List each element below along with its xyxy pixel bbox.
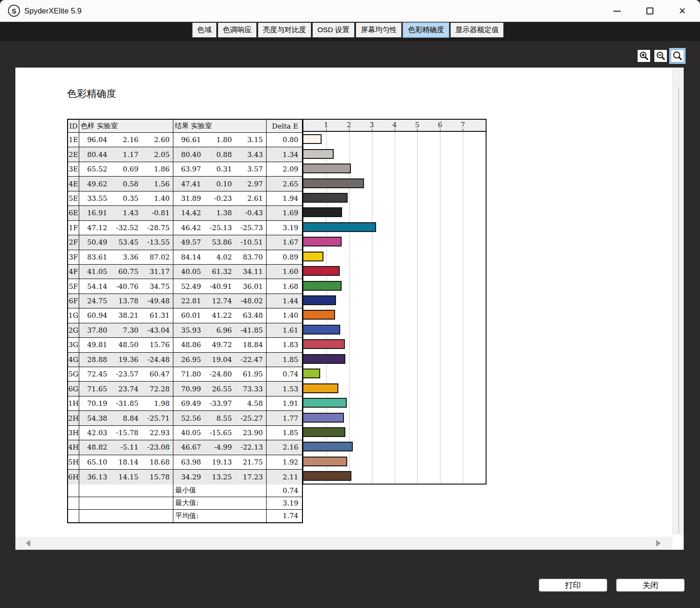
sample-lab-values: 71.6523.7472.28 (79, 382, 173, 396)
delta-e-value: 1.85 (267, 426, 302, 440)
result-lab-values: 14.421.38-0.43 (173, 206, 267, 220)
minimize-icon (613, 11, 621, 12)
sample-lab-values: 42.03-15.7822.93 (79, 426, 173, 440)
header-result-lab: 结果 实验室 (173, 120, 267, 132)
scroll-right-icon[interactable] (656, 540, 661, 547)
row-id: 2F (68, 235, 79, 249)
tab-screen-uniformity[interactable]: 屏幕均匀性 (356, 22, 402, 38)
row-id: 3H (68, 426, 79, 440)
result-lab-values: 84.144.0283.70 (173, 250, 267, 264)
delta-e-value: 1.60 (267, 265, 302, 279)
zoom-out-button[interactable] (654, 49, 667, 62)
table-row: 1H70.19-31.851.9869.49-33.974.581.91 (68, 396, 302, 411)
summary-row: 最大值:3.19 (68, 497, 302, 510)
row-id: 4F (68, 265, 79, 279)
chart-bar-row (303, 454, 486, 469)
result-lab-values: 46.42-25.13-25.73 (173, 221, 267, 235)
minimize-button[interactable] (607, 0, 627, 22)
close-button[interactable]: ✕ (672, 0, 693, 22)
vertical-scrollbar-thumb[interactable] (679, 87, 679, 533)
delta-e-value: 1.91 (267, 396, 302, 410)
row-id: 1H (68, 396, 79, 410)
delta-bar (303, 149, 334, 159)
table-row: 5G72.45-23.5760.4771.80-24.8061.950.74 (68, 367, 302, 382)
chart-bar-row (303, 146, 486, 161)
delta-bar (303, 178, 364, 188)
zoom-out-icon (656, 51, 666, 61)
sample-lab-values: 54.388.84-25.71 (79, 411, 173, 425)
zoom-in-icon (639, 51, 649, 61)
table-row: 5H65.1018.1418.6863.9819.1321.751.92 (68, 455, 302, 470)
delta-bar (303, 325, 340, 335)
zoom-fit-button[interactable] (671, 49, 684, 62)
delta-bar (303, 471, 351, 481)
zoom-in-button[interactable] (637, 49, 651, 62)
delta-e-value: 1.44 (267, 294, 302, 308)
chart-bar-row (303, 337, 486, 351)
sample-lab-values: 33.550.351.40 (79, 191, 173, 205)
header-id: ID (68, 120, 79, 132)
row-id: 5E (68, 191, 79, 205)
delta-e-value: 1.40 (267, 308, 302, 322)
table-row: 6F24.7513.78-49.4822.8112.74-48.021.44 (68, 294, 302, 308)
horizontal-scrollbar[interactable] (15, 537, 673, 550)
chart-bar-row (303, 307, 486, 322)
row-id: 5H (68, 455, 79, 469)
sample-lab-values: 50.4953.45-13.55 (79, 235, 173, 249)
result-lab-values: 34.2913.2517.23 (173, 470, 267, 484)
row-id: 3F (68, 250, 79, 264)
sample-lab-values: 48.82-5.11-23.08 (79, 440, 173, 454)
tab-tone-response[interactable]: 色调响应 (218, 22, 257, 38)
delta-bar (303, 442, 353, 451)
chart-bar-row (303, 234, 486, 249)
result-lab-values: 96.611.803.15 (173, 133, 267, 147)
delta-bar (303, 295, 336, 305)
table-row: 2G37.807.30-43.0435.936.96-41.851.61 (68, 323, 302, 338)
row-id: 6F (68, 294, 79, 308)
delta-e-value: 0.89 (267, 250, 302, 264)
delta-bar (303, 339, 345, 349)
scroll-left-icon[interactable] (26, 540, 30, 547)
chart-bar-row (303, 161, 486, 176)
delta-e-value: 1.85 (267, 353, 302, 367)
chart-tick-mark (463, 129, 463, 131)
sample-lab-values: 60.9438.2161.31 (79, 308, 173, 322)
row-id: 3E (68, 162, 79, 176)
tab-monitor-rating[interactable]: 显示器额定值 (450, 22, 504, 38)
delta-bar (303, 457, 347, 466)
summary-label: 最小值 (173, 485, 267, 497)
sample-lab-values: 49.620.581.56 (79, 177, 173, 191)
vertical-scrollbar[interactable] (673, 68, 684, 537)
report-panel: 色彩精确度 ID 色样 实验室 结果 实验室 Delta E 1E96.042.… (15, 68, 673, 537)
tab-osd-settings[interactable]: OSD 设置 (312, 22, 355, 38)
row-id: 6G (68, 382, 79, 396)
close-dialog-button[interactable]: 关闭 (616, 579, 685, 592)
row-id: 1E (68, 133, 79, 147)
print-button[interactable]: 打印 (539, 579, 607, 592)
maximize-icon (646, 7, 653, 14)
report-title: 色彩精确度 (67, 87, 116, 100)
zoom-fit-icon (673, 51, 683, 61)
row-id: 6H (68, 470, 79, 484)
chart-bar-row (303, 191, 486, 205)
delta-bar (303, 310, 335, 320)
table-row: 6E16.911.43-0.8114.421.38-0.431.69 (68, 206, 302, 220)
app-logo-icon: S (8, 5, 20, 17)
chart-bar-row (303, 439, 486, 454)
row-id: 4G (68, 353, 79, 367)
result-lab-values: 52.568.55-25.27 (173, 411, 267, 425)
tab-brightness-contrast[interactable]: 亮度与对比度 (258, 22, 311, 38)
delta-bar (303, 413, 344, 423)
chart-tick-mark (395, 129, 395, 131)
maximize-button[interactable] (639, 0, 660, 22)
sample-lab-values: 96.042.162.60 (79, 133, 173, 147)
tab-color-accuracy[interactable]: 色彩精确度 (403, 22, 449, 38)
sample-lab-values: 47.12-32.52-28.75 (79, 221, 173, 235)
summary-label: 平均值: (173, 510, 267, 522)
chart-bar-row (303, 264, 486, 278)
row-id: 5F (68, 279, 79, 293)
tab-gamut[interactable]: 色域 (192, 22, 217, 38)
row-id: 3G (68, 338, 79, 352)
result-lab-values: 69.49-33.974.58 (173, 396, 267, 410)
sample-lab-values: 65.1018.1418.68 (79, 455, 173, 469)
